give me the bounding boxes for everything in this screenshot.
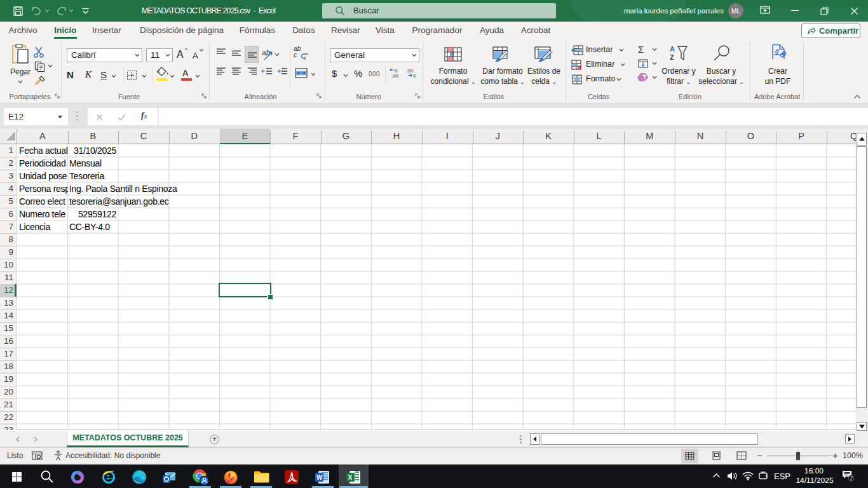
svg-text:Z: Z: [670, 53, 674, 61]
svg-text:7: 7: [850, 475, 853, 482]
svg-text:0: 0: [413, 73, 416, 79]
svg-text:X: X: [348, 474, 353, 481]
svg-text:A: A: [670, 45, 675, 53]
svg-text:W: W: [316, 474, 323, 481]
svg-text:,00: ,00: [391, 73, 399, 79]
svg-text:,00: ,00: [406, 68, 414, 74]
